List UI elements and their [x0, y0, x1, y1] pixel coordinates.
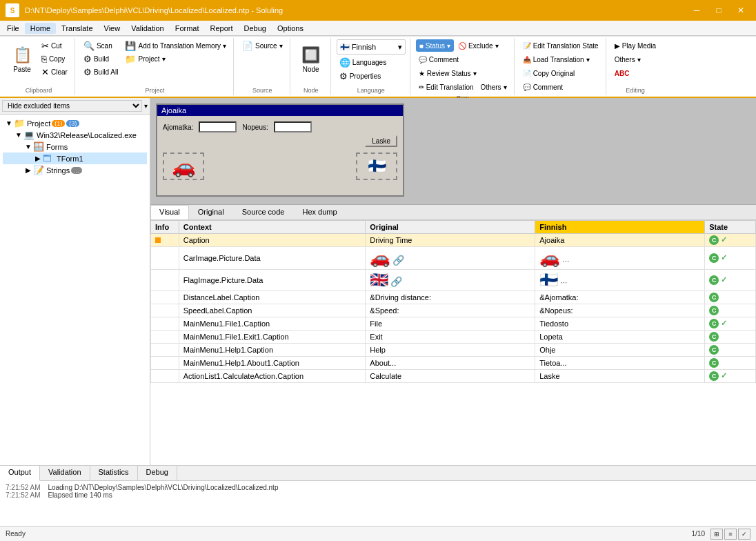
strings-expand-icon[interactable]: ▶ [23, 166, 33, 174]
cut-button[interactable]: ✂ Cut [39, 39, 70, 52]
translation-comment-button[interactable]: 💬 Comment [520, 81, 601, 93]
project-buttons: 🔍 Scan ⚙ Build ⚙ Build All 💾 A [81, 39, 229, 86]
copy-button[interactable]: ⎘ Copy [39, 52, 70, 65]
tree-item-strings[interactable]: ▶ 📝 Strings ... [3, 164, 147, 176]
clear-button[interactable]: ✕ Clear [39, 66, 70, 78]
menu-home[interactable]: Home [25, 23, 56, 34]
tab-output[interactable]: Output [0, 466, 40, 481]
check-icon: ✓ [721, 235, 727, 244]
tree-item-project[interactable]: ▼ 📁 Project (1) (3) [3, 117, 147, 129]
editing-label: Editing [626, 86, 645, 94]
paste-button[interactable]: 📋 Paste [7, 39, 37, 79]
table-row[interactable]: Caption Driving Time Ajoaika C ✓ [151, 234, 756, 247]
abc-button[interactable]: ABC [612, 67, 659, 79]
review-status-button[interactable]: ★ Review Status ▾ [416, 67, 510, 79]
preview-form: Ajoaika Ajomatka: Nopeus: Laske 🚗 [156, 104, 404, 197]
ribbon-group-translation: 📝 Edit Translation State 📥 Load Translat… [516, 38, 606, 95]
ribbon-content: 📋 Paste ✂ Cut ⎘ Copy ✕ Clear [0, 36, 756, 97]
tab-original[interactable]: Original [189, 205, 233, 219]
add-to-memory-button[interactable]: 💾 Add to Translation Memory ▾ [122, 39, 229, 52]
menu-format[interactable]: Format [170, 23, 205, 34]
play-media-button[interactable]: ▶ Play Media [612, 39, 659, 52]
menu-translate[interactable]: Translate [56, 23, 98, 34]
link-icon[interactable]: 🔗 [390, 276, 402, 287]
tform1-expand-icon[interactable]: ▶ [33, 155, 43, 162]
window-controls: ─ □ ✕ [687, 3, 750, 17]
row-comment-button[interactable]: 💬 Comment [416, 53, 510, 66]
table-row[interactable]: MainMenu1.Help1.About1.Caption About... … [151, 357, 756, 370]
close-button[interactable]: ✕ [731, 3, 750, 17]
clear-icon: ✕ [41, 67, 49, 77]
exclude-button[interactable]: 🚫 Exclude ▾ [455, 39, 501, 52]
tab-debug[interactable]: Debug [138, 466, 177, 480]
tab-statistics[interactable]: Statistics [90, 466, 138, 480]
table-row[interactable]: DistanceLabel.Caption &Driving distance:… [151, 291, 756, 304]
row-info [151, 357, 179, 370]
project-dropdown-button[interactable]: 📁 Project ▾ [122, 52, 229, 65]
copy-original-button[interactable]: 📄 Copy Original [520, 67, 601, 79]
row-info [151, 270, 179, 291]
status-text: Ready [6, 530, 26, 538]
clipboard-buttons: 📋 Paste ✂ Cut ⎘ Copy ✕ Clear [7, 39, 70, 86]
menu-debug[interactable]: Debug [239, 23, 272, 34]
forms-expand-icon[interactable]: ▼ [23, 143, 33, 150]
clipboard-small-btns: ✂ Cut ⎘ Copy ✕ Clear [39, 39, 70, 78]
grid-btn-3[interactable]: ✓ [738, 529, 750, 540]
flag-uk-icon: 🇬🇧 [370, 271, 388, 288]
tree-item-tform1[interactable]: ▶ 🗔 TForm1 [3, 153, 147, 164]
menu-file[interactable]: File [1, 23, 25, 34]
check-icon: ✓ [721, 275, 727, 284]
laske-button[interactable]: Laske [365, 135, 397, 147]
tree-item-forms[interactable]: ▼ 🪟 Forms [3, 141, 147, 153]
properties-button[interactable]: ⚙ Properties [337, 70, 406, 82]
row-original: Calculate [366, 370, 535, 383]
ajomatka-input[interactable] [199, 121, 237, 132]
build-all-button[interactable]: ⚙ Build All [81, 66, 121, 78]
dots-icon[interactable]: ··· [560, 277, 567, 287]
maximize-button[interactable]: □ [709, 3, 728, 17]
editing-others-button[interactable]: Others ▾ [612, 53, 659, 66]
languages-button[interactable]: 🌐 Languages [337, 56, 406, 68]
load-translation-button[interactable]: 📥 Load Translation ▾ [520, 53, 601, 66]
link-icon[interactable]: 🔗 [392, 255, 404, 266]
data-table: Info Context Original Finnish State Capt… [150, 220, 756, 383]
grid-btn-1[interactable]: ⊞ [710, 529, 723, 540]
menu-report[interactable]: Report [205, 23, 239, 34]
log-line: 7:21:52 AM Loading D:\NT\Deploy\Samples\… [6, 484, 750, 491]
edit-translation-state-button[interactable]: 📝 Edit Translation State [520, 39, 601, 52]
menu-validation[interactable]: Validation [126, 23, 170, 34]
minimize-button[interactable]: ─ [687, 3, 706, 17]
form-row-main: Ajomatka: Nopeus: [163, 121, 397, 132]
nopeus-input[interactable] [274, 121, 312, 132]
grid-btn-2[interactable]: ≡ [724, 529, 737, 540]
tab-hex-dump[interactable]: Hex dump [293, 205, 346, 219]
row-others-button[interactable]: Others ▾ [478, 81, 510, 93]
tab-visual[interactable]: Visual [150, 205, 189, 219]
tab-validation[interactable]: Validation [40, 466, 90, 480]
view-tabs: Visual Original Source code Hex dump [150, 205, 756, 220]
table-row[interactable]: MainMenu1.File1.Caption File Tiedosto C … [151, 317, 756, 331]
table-row[interactable]: FlagImage.Picture.Data 🇬🇧 🔗 🇫🇮 ··· C ✓ [151, 270, 756, 291]
tree-item-exe[interactable]: ▼ 💻 Win32\Release\Localized.exe [3, 129, 147, 141]
hide-excluded-select[interactable]: Hide excluded items [2, 100, 142, 112]
dots-icon[interactable]: ··· [562, 256, 569, 266]
table-row[interactable]: MainMenu1.File1.Exit1.Caption Exit Lopet… [151, 331, 756, 344]
table-row[interactable]: ActionList1.CalculateAction.Caption Calc… [151, 370, 756, 383]
table-row[interactable]: SpeedLabel.Caption &Speed: &Nopeus: C [151, 304, 756, 317]
table-row[interactable]: CarImage.Picture.Data 🚗 🔗 🚗 ··· C ✓ [151, 247, 756, 270]
menu-options[interactable]: Options [272, 23, 309, 34]
build-button[interactable]: ⚙ Build [81, 52, 121, 65]
table-row[interactable]: MainMenu1.Help1.Caption Help Ohje C [151, 344, 756, 357]
exe-expand-icon[interactable]: ▼ [14, 131, 23, 139]
row-context: SpeedLabel.Caption [179, 304, 366, 317]
language-dropdown[interactable]: 🇫🇮 Finnish ▾ [337, 39, 406, 55]
menu-view[interactable]: View [99, 23, 126, 34]
source-button[interactable]: 📄 Source ▾ [239, 39, 286, 52]
table-body: Caption Driving Time Ajoaika C ✓ CarImag… [151, 234, 756, 383]
node-button[interactable]: 🔲 Node [296, 39, 326, 79]
status-button[interactable]: ■ Status ▾ [416, 39, 454, 52]
tab-source-code[interactable]: Source code [233, 205, 294, 219]
expand-icon[interactable]: ▼ [4, 119, 14, 127]
edit-translation-button[interactable]: ✏ Edit Translation [416, 81, 477, 93]
scan-button[interactable]: 🔍 Scan [81, 39, 121, 52]
